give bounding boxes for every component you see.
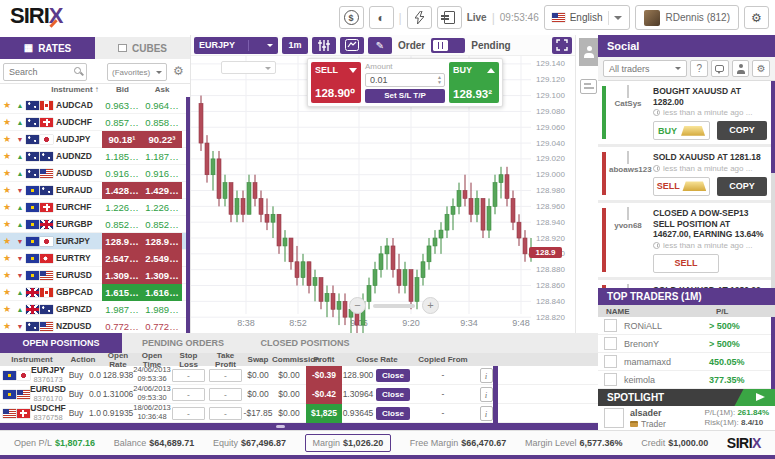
take-profit-input[interactable]: - xyxy=(209,388,242,401)
indicators-button[interactable] xyxy=(312,37,336,54)
favorite-star-icon[interactable]: ★ xyxy=(0,117,14,127)
theme-contrast-button[interactable]: ◐ xyxy=(369,6,394,29)
rates-row[interactable]: ★▲AUDCAD0.963…0.964… xyxy=(0,97,186,114)
bid-price[interactable]: 1.428… xyxy=(102,182,142,199)
bid-price[interactable]: 128.9… xyxy=(102,233,142,250)
favorite-star-icon[interactable]: ★ xyxy=(0,219,14,229)
rates-row[interactable]: ★▼NZDUSD0.772…0.772… xyxy=(0,318,186,333)
social-traders-button[interactable] xyxy=(579,38,599,66)
top-trader-row[interactable]: mamamaxd450.05% xyxy=(598,353,775,371)
scrollbar-thumb[interactable] xyxy=(771,81,775,173)
stop-loss-input[interactable]: - xyxy=(172,407,205,420)
language-select[interactable]: English xyxy=(544,5,630,30)
reports-button[interactable] xyxy=(437,6,462,29)
bid-price[interactable]: 1.309… xyxy=(102,267,142,284)
user-menu[interactable]: RDennis (812) xyxy=(635,5,739,30)
zoom-slider[interactable] xyxy=(373,304,415,308)
ask-price[interactable]: 0.916… xyxy=(142,165,182,182)
rates-row[interactable]: ★▼EURAUD1.428…1.429… xyxy=(0,182,186,199)
amount-input[interactable] xyxy=(365,73,445,87)
rates-row[interactable]: ★▲EURGBP0.852…0.852… xyxy=(0,216,186,233)
rates-row[interactable]: ★▼EURUSD1.309…1.309… xyxy=(0,267,186,284)
take-profit-input[interactable]: - xyxy=(209,369,242,382)
favorite-star-icon[interactable]: ★ xyxy=(0,168,14,178)
column-header[interactable]: Action xyxy=(64,355,102,364)
take-profit-input[interactable]: - xyxy=(209,407,242,420)
amount-stepper[interactable]: ▲▼ xyxy=(437,75,442,84)
rates-row[interactable]: ★▲AUDCHF0.857…0.858… xyxy=(0,114,186,131)
favorite-star-icon[interactable]: ★ xyxy=(0,287,14,297)
tab-cubes[interactable]: CUBES xyxy=(95,37,190,59)
chat-button[interactable] xyxy=(711,60,729,77)
top-trader-row[interactable]: BrenonY> 500% xyxy=(598,335,775,353)
social-feed-card[interactable]: aboaws123SOLD XAUUSD AT 1281.18less than… xyxy=(598,147,771,200)
follow-trader-button[interactable] xyxy=(732,60,750,77)
ask-price[interactable]: 0.964… xyxy=(142,97,182,114)
sell-button[interactable]: SELL 128.90⁰ xyxy=(311,62,361,103)
instrument-column-header[interactable]: Instrument ↑ xyxy=(40,85,110,94)
close-position-button[interactable]: Close xyxy=(376,369,410,382)
favorite-star-icon[interactable]: ★ xyxy=(0,185,14,195)
ask-price[interactable]: 1.187… xyxy=(142,148,182,165)
bid-price[interactable]: 1.987… xyxy=(102,301,142,318)
social-feed-card[interactable]: yvon68CLOSED A DOW-SEP13 SELL POSITION A… xyxy=(598,203,771,277)
help-button[interactable]: ? xyxy=(690,60,708,77)
close-position-button[interactable]: Close xyxy=(376,407,410,420)
bid-price[interactable]: 0.852… xyxy=(102,216,142,233)
spotlight-card[interactable]: alsader Trader P/L(1M): 261.84% Risk(1M)… xyxy=(598,406,775,430)
bid-price[interactable]: 1.185… xyxy=(102,148,142,165)
zoom-in-button[interactable]: + xyxy=(422,297,439,314)
buy-button[interactable]: BUY 128.93² xyxy=(449,62,499,103)
stop-loss-input[interactable]: - xyxy=(172,388,205,401)
top-trader-row[interactable]: RONiALL> 500% xyxy=(598,317,775,335)
copy-button[interactable]: COPY xyxy=(717,121,767,140)
rates-row[interactable]: ★▼EURTRY2.547…2.549… xyxy=(0,250,186,267)
favorite-star-icon[interactable]: ★ xyxy=(0,236,14,246)
zoom-out-button[interactable]: − xyxy=(349,297,366,314)
set-sl-tp-button[interactable]: Set S/L T/P xyxy=(365,89,445,103)
ask-price[interactable]: 2.549… xyxy=(142,250,182,267)
news-button[interactable] xyxy=(580,79,597,94)
rates-row[interactable]: ★▲GBPCAD1.615…1.616… xyxy=(0,284,186,301)
ask-price[interactable]: 90.22³ xyxy=(142,131,182,148)
column-header[interactable]: Instrument xyxy=(0,355,64,364)
rates-row[interactable]: ★▲AUDUSD0.916…0.916… xyxy=(0,165,186,182)
info-button[interactable]: i xyxy=(480,406,493,421)
top-traders-scrollbar[interactable] xyxy=(771,317,775,389)
tab-rates[interactable]: ▦RATES xyxy=(0,37,95,59)
favorite-star-icon[interactable]: ★ xyxy=(0,134,14,144)
sell-trade-button[interactable]: SELL xyxy=(653,254,719,273)
buy-trade-button[interactable]: BUY xyxy=(653,121,710,140)
order-pending-toggle[interactable] xyxy=(431,38,465,53)
info-button[interactable]: i xyxy=(480,368,493,383)
sell-trade-button[interactable]: SELL xyxy=(653,177,710,196)
column-header[interactable]: Swap xyxy=(244,355,272,364)
info-button[interactable]: i xyxy=(480,387,493,402)
rates-row[interactable]: ★▲GBPNZD1.987…1.989… xyxy=(0,301,186,318)
bid-price[interactable]: 0.772… xyxy=(102,318,142,334)
favorite-star-icon[interactable]: ★ xyxy=(0,270,14,280)
bid-price[interactable]: 0.916… xyxy=(102,165,142,182)
drawing-tools-button[interactable]: ✎ xyxy=(368,37,392,54)
ask-column-header[interactable]: Ask xyxy=(142,85,182,94)
favorite-star-icon[interactable]: ★ xyxy=(0,100,14,110)
alerts-button[interactable] xyxy=(407,6,432,29)
favorite-star-icon[interactable]: ★ xyxy=(0,202,14,212)
scrollbar-thumb[interactable] xyxy=(276,425,285,428)
fullscreen-button[interactable] xyxy=(552,37,572,54)
ask-price[interactable]: 1.309… xyxy=(142,267,182,284)
ask-price[interactable]: 0.858… xyxy=(142,114,182,131)
bid-price[interactable]: 2.547… xyxy=(102,250,142,267)
favorite-star-icon[interactable]: ★ xyxy=(0,321,14,331)
bid-price[interactable]: 1.226… xyxy=(102,199,142,216)
timeframe-button[interactable]: 1m xyxy=(282,37,308,54)
favorite-star-icon[interactable]: ★ xyxy=(0,304,14,314)
copy-button[interactable]: COPY xyxy=(717,177,767,196)
bid-column-header[interactable]: Bid xyxy=(102,85,143,94)
rates-row[interactable]: ★▼AUDJPY90.18¹90.22³ xyxy=(0,131,186,148)
favorite-star-icon[interactable]: ★ xyxy=(0,253,14,263)
rates-row[interactable]: ★▲EURCHF1.226…1.226… xyxy=(0,199,186,216)
social-feed-card[interactable]: CatSysBOUGHT XAUUSD AT 1282.00less than … xyxy=(598,81,771,144)
stop-loss-input[interactable]: - xyxy=(172,369,205,382)
top-trader-row[interactable]: keimola377.35% xyxy=(598,371,775,389)
